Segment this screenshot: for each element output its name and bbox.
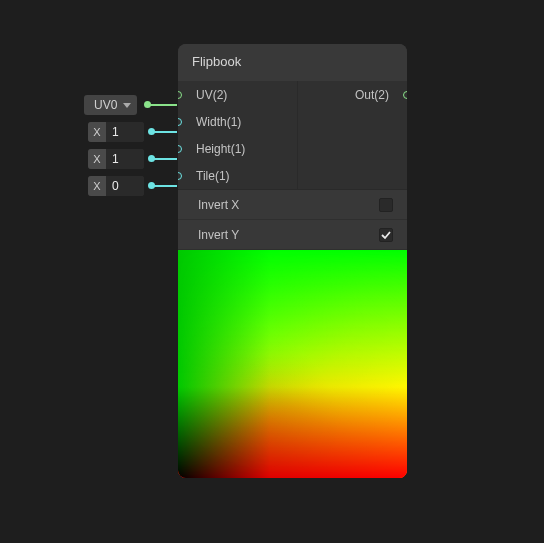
axis-label: X	[88, 122, 106, 142]
port-label: Height(1)	[196, 142, 245, 156]
port-label: Out(2)	[355, 88, 389, 102]
port-dot-icon[interactable]	[178, 172, 182, 180]
axis-label: X	[88, 176, 106, 196]
output-port-out[interactable]: Out(2)	[298, 81, 407, 108]
port-label: Tile(1)	[196, 169, 230, 183]
uv-dropdown-value: UV0	[94, 98, 117, 112]
height-value[interactable]: 1	[106, 149, 144, 169]
dot-width-out	[148, 128, 155, 135]
tile-field[interactable]: X 0	[88, 176, 144, 196]
port-dot-icon[interactable]	[178, 145, 182, 153]
ports-area: UV(2) Width(1) Height(1) Tile(1) Out(2)	[178, 81, 407, 189]
checkbox-invert-x[interactable]	[379, 198, 393, 212]
dot-uv-out	[144, 101, 151, 108]
port-dot-icon[interactable]	[178, 91, 182, 99]
port-dot-icon[interactable]	[178, 118, 182, 126]
option-invert-y[interactable]: Invert Y	[178, 220, 407, 250]
flipbook-node[interactable]: Flipbook UV(2) Width(1) Height(1) Tile(1…	[178, 44, 407, 478]
uv-dropdown[interactable]: UV0	[84, 95, 137, 115]
input-ports: UV(2) Width(1) Height(1) Tile(1)	[178, 81, 298, 189]
dot-height-out	[148, 155, 155, 162]
width-value[interactable]: 1	[106, 122, 144, 142]
dot-tile-out	[148, 182, 155, 189]
checkmark-icon	[381, 230, 391, 240]
axis-label: X	[88, 149, 106, 169]
node-preview	[178, 250, 407, 478]
option-invert-x[interactable]: Invert X	[178, 190, 407, 220]
height-field[interactable]: X 1	[88, 149, 144, 169]
input-port-uv[interactable]: UV(2)	[178, 81, 297, 108]
chevron-down-icon	[123, 103, 131, 108]
input-port-width[interactable]: Width(1)	[178, 108, 297, 135]
input-port-height[interactable]: Height(1)	[178, 135, 297, 162]
tile-value[interactable]: 0	[106, 176, 144, 196]
option-label: Invert Y	[198, 228, 239, 242]
port-label: Width(1)	[196, 115, 241, 129]
output-ports: Out(2)	[298, 81, 407, 189]
port-label: UV(2)	[196, 88, 227, 102]
node-options: Invert X Invert Y	[178, 189, 407, 250]
input-port-tile[interactable]: Tile(1)	[178, 162, 297, 189]
checkbox-invert-y[interactable]	[379, 228, 393, 242]
option-label: Invert X	[198, 198, 239, 212]
port-dot-icon[interactable]	[403, 91, 407, 99]
width-field[interactable]: X 1	[88, 122, 144, 142]
node-title: Flipbook	[178, 44, 407, 81]
wire-uv	[147, 104, 177, 106]
